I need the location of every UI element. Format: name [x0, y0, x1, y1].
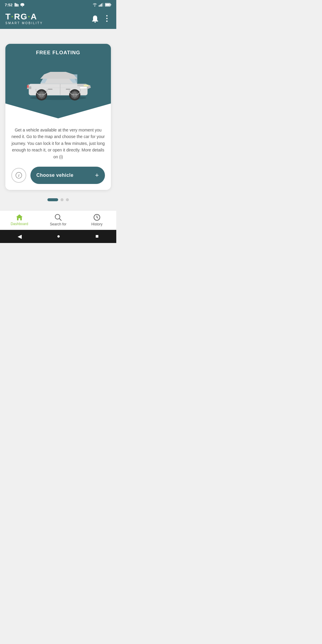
choose-vehicle-label: Choose vehicle	[36, 173, 73, 178]
svg-text:i: i	[18, 173, 19, 178]
svg-line-39	[59, 219, 61, 221]
page-dot-3	[66, 198, 69, 201]
battery-icon	[105, 3, 112, 7]
android-nav-bar: ◀ ● ■	[0, 230, 116, 243]
card-header: FREE FLOATING	[5, 44, 111, 118]
svg-rect-2	[18, 4, 18, 7]
status-bar-left: 7:52	[5, 3, 24, 7]
plus-icon: +	[95, 171, 99, 179]
svg-rect-18	[66, 89, 70, 90]
nav-label-history: History	[91, 222, 102, 226]
android-recent-button[interactable]: ■	[95, 233, 99, 239]
choose-vehicle-button[interactable]: Choose vehicle +	[30, 167, 105, 184]
notification-button[interactable]	[92, 15, 99, 23]
svg-rect-10	[106, 4, 110, 6]
nav-label-search: Search for	[50, 222, 66, 226]
main-content: FREE FLOATING	[0, 29, 116, 210]
info-button[interactable]: i	[11, 168, 26, 183]
svg-point-11	[95, 21, 96, 23]
card-title: FREE FLOATING	[36, 50, 80, 56]
svg-point-38	[55, 214, 60, 219]
svg-rect-6	[101, 4, 102, 7]
app-header: T·RG·A SMART MOBILITY ⋮	[0, 10, 116, 29]
nav-label-dashboard: Dashboard	[11, 222, 28, 226]
wifi-icon	[92, 3, 97, 7]
svg-rect-5	[100, 4, 101, 7]
home-icon	[16, 214, 23, 221]
car-image-area	[11, 59, 105, 106]
nav-item-dashboard[interactable]: Dashboard	[0, 214, 39, 226]
status-bar-right	[92, 3, 112, 7]
search-icon	[54, 213, 62, 221]
status-bar: 7:52	[0, 0, 116, 10]
free-floating-card: FREE FLOATING	[5, 44, 111, 190]
page-indicators	[47, 198, 69, 201]
menu-button[interactable]: ⋮	[103, 14, 111, 23]
history-icon	[93, 213, 101, 221]
svg-rect-4	[99, 5, 100, 7]
page-dot-1	[47, 198, 58, 201]
svg-rect-9	[111, 4, 111, 5]
signal-icon	[99, 3, 103, 7]
android-home-button[interactable]: ●	[57, 233, 60, 239]
car-illustration	[22, 62, 94, 103]
notification-icon	[20, 3, 24, 7]
nav-item-history[interactable]: History	[78, 213, 116, 226]
nav-item-search[interactable]: Search for	[39, 213, 78, 226]
card-description: Get a vehicle available at the very mome…	[11, 127, 105, 160]
android-back-button[interactable]: ◀	[18, 233, 22, 240]
svg-rect-0	[15, 3, 16, 7]
status-time: 7:52	[5, 3, 13, 7]
app-logo: T·RG·A SMART MOBILITY	[5, 13, 43, 25]
svg-rect-1	[16, 4, 17, 7]
sim-icon	[14, 3, 18, 7]
svg-point-3	[22, 6, 23, 7]
bottom-nav: Dashboard Search for History	[0, 210, 116, 230]
page-dot-2	[61, 198, 64, 201]
svg-rect-7	[102, 3, 103, 7]
logo-subtitle: SMART MOBILITY	[5, 21, 43, 25]
card-body: Get a vehicle available at the very mome…	[5, 118, 111, 190]
svg-rect-19	[48, 89, 52, 90]
logo-text: T·RG·A	[5, 13, 43, 21]
card-actions: i Choose vehicle +	[11, 167, 105, 184]
header-icons: ⋮	[92, 14, 111, 23]
